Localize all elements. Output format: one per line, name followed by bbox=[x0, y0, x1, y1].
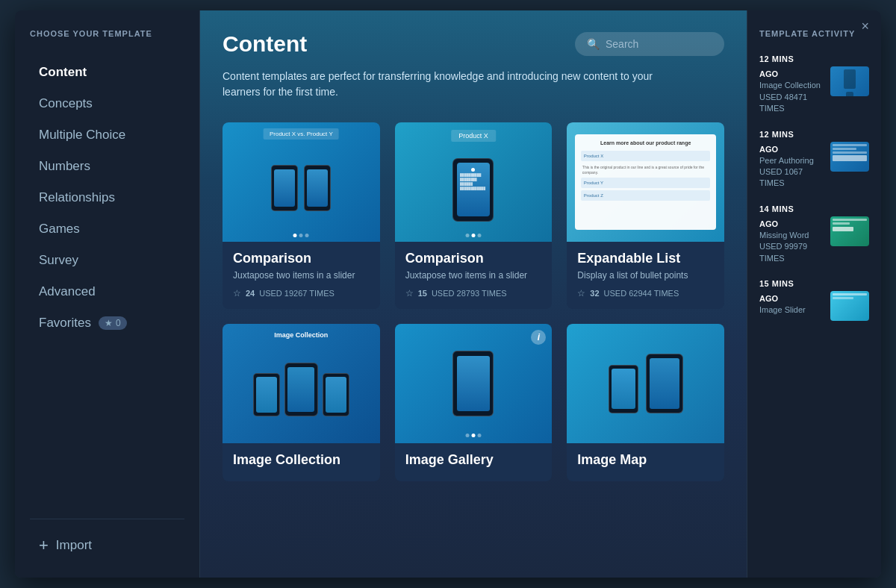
activity-thumb-1 bbox=[830, 66, 869, 96]
template-info-image-map: Image Map bbox=[567, 443, 724, 481]
template-info-image-gallery: Image Gallery bbox=[395, 443, 553, 481]
used-text-2: USED 1067 TIMES bbox=[759, 167, 803, 187]
template-thumbnail-expandable: Learn more about our product range Produ… bbox=[567, 122, 724, 242]
activity-thumb-3 bbox=[830, 216, 869, 246]
sidebar-navigation: Content Concepts Multiple Choice Numbers… bbox=[30, 57, 184, 507]
template-meta: ☆ 24 USED 19267 TIMES bbox=[233, 288, 370, 298]
activity-item-3: 14 MINS AGO Missing Word USED 99979 TIME… bbox=[759, 204, 869, 264]
template-thumbnail-image-gallery: i bbox=[395, 324, 553, 443]
sidebar-item-favorites[interactable]: Favorites ★ 0 bbox=[30, 308, 184, 338]
template-thumbnail-comparison2: Product X ██████████████████████████████… bbox=[395, 122, 553, 242]
sidebar-item-content[interactable]: Content bbox=[30, 57, 184, 87]
template-thumbnail-comparison1: Product X vs. Product Y bbox=[223, 122, 380, 242]
templates-grid: Product X vs. Product Y bbox=[200, 115, 747, 578]
right-panel-title: TEMPLATE ACTIVITY bbox=[759, 28, 869, 40]
template-info-image-collection: Image Collection bbox=[223, 443, 380, 481]
sidebar-item-relationships[interactable]: Relationships bbox=[30, 183, 184, 213]
star-icon: ☆ bbox=[233, 288, 241, 298]
gallery-phone bbox=[452, 351, 494, 416]
activity-ago-2: AGO bbox=[759, 145, 778, 154]
used-label: USED 19267 TIMES bbox=[259, 289, 335, 298]
star-icon: ☆ bbox=[405, 288, 414, 298]
activity-time-2: 12 MINS bbox=[759, 130, 794, 139]
activity-ago-4: AGO bbox=[759, 294, 778, 303]
used-text-3: USED 99979 TIMES bbox=[759, 242, 807, 262]
sidebar-item-multiple-choice[interactable]: Multiple Choice bbox=[30, 120, 184, 150]
used-label: USED 28793 TIMES bbox=[432, 289, 507, 298]
template-card-image-collection[interactable]: Image Collection bbox=[223, 324, 380, 481]
comp2-phone: ████████████████████████████████████ bbox=[452, 158, 494, 222]
rating: 15 bbox=[418, 289, 427, 298]
favorites-badge: ★ 0 bbox=[99, 316, 127, 330]
activity-ago-1: AGO bbox=[759, 69, 778, 78]
template-info-expandable: Expandable List Display a list of bullet… bbox=[567, 242, 724, 309]
rating: 24 bbox=[246, 289, 255, 298]
template-name: Image Map bbox=[577, 452, 714, 468]
main-subtitle: Content templates are perfect for transf… bbox=[223, 69, 685, 100]
template-card-image-map[interactable]: Image Map bbox=[567, 324, 724, 481]
rating: 32 bbox=[590, 289, 599, 298]
template-thumbnail-image-collection: Image Collection bbox=[223, 324, 380, 443]
info-icon[interactable]: i bbox=[531, 330, 546, 345]
sidebar-item-numbers[interactable]: Numbers bbox=[30, 151, 184, 181]
sidebar-item-concepts[interactable]: Concepts bbox=[30, 89, 184, 119]
comp1-mockup: Product X vs. Product Y bbox=[223, 122, 380, 242]
star-icon: ☆ bbox=[577, 288, 585, 298]
template-desc: Juxtapose two items in a slider bbox=[405, 269, 542, 282]
comp2-dot-nav bbox=[465, 234, 481, 237]
activity-thumb-4 bbox=[830, 291, 869, 321]
close-button[interactable]: × bbox=[861, 19, 869, 33]
phones-container bbox=[271, 165, 331, 211]
sidebar-item-survey[interactable]: Survey bbox=[30, 245, 184, 275]
activity-desc-1: Image Collection USED 48471 TIMES bbox=[759, 80, 824, 114]
comp2-mockup: Product X ██████████████████████████████… bbox=[395, 122, 553, 242]
activity-item-1: 12 MINS AGO Image Collection USED 48471 … bbox=[759, 54, 869, 114]
image-collection-mockup: Image Collection bbox=[223, 324, 380, 443]
activity-desc-2: Peer Authoring USED 1067 TIMES bbox=[759, 155, 824, 190]
sidebar-item-games[interactable]: Games bbox=[30, 214, 184, 244]
sidebar: CHOOSE YOUR TEMPLATE Content Concepts Mu… bbox=[15, 10, 200, 578]
activity-ago-3: AGO bbox=[759, 219, 778, 228]
template-name: Comparison bbox=[405, 251, 542, 266]
template-desc: Juxtapose two items in a slider bbox=[233, 269, 370, 282]
star-icon: ★ bbox=[105, 318, 113, 328]
expand-mock: Learn more about our product range Produ… bbox=[575, 134, 717, 230]
right-panel: TEMPLATE ACTIVITY 12 MINS AGO Image Coll… bbox=[747, 10, 881, 578]
activity-desc-3: Missing Word USED 99979 TIMES bbox=[759, 230, 824, 264]
template-meta: ☆ 15 USED 28793 TIMES bbox=[405, 288, 542, 298]
template-name: Image Gallery bbox=[405, 452, 542, 468]
mini-phone-left bbox=[271, 165, 298, 211]
ic-phones bbox=[253, 363, 349, 416]
modal: × CHOOSE YOUR TEMPLATE Content Concepts … bbox=[15, 10, 881, 578]
sidebar-item-advanced[interactable]: Advanced bbox=[30, 277, 184, 307]
template-name: Image Collection bbox=[233, 452, 370, 468]
sidebar-title: CHOOSE YOUR TEMPLATE bbox=[30, 28, 184, 40]
comp2-label: Product X bbox=[451, 130, 496, 142]
import-button[interactable]: + Import bbox=[30, 531, 184, 560]
template-info-comparison2: Comparison Juxtapose two items in a slid… bbox=[395, 242, 553, 309]
activity-time-3: 14 MINS bbox=[759, 204, 794, 213]
template-card-comparison1[interactable]: Product X vs. Product Y bbox=[223, 122, 380, 309]
template-name: Comparison bbox=[233, 251, 370, 266]
template-card-comparison2[interactable]: Product X ██████████████████████████████… bbox=[395, 122, 553, 309]
mini-phone-right bbox=[304, 165, 331, 211]
dot-nav bbox=[293, 234, 309, 237]
plus-icon: + bbox=[39, 537, 49, 554]
activity-thumb-2 bbox=[830, 142, 869, 172]
activity-item-4: 15 MINS AGO Image Slider bbox=[759, 279, 869, 321]
activity-item-2: 12 MINS AGO Peer Authoring USED 1067 TIM… bbox=[759, 130, 869, 190]
template-card-expandable-list[interactable]: Learn more about our product range Produ… bbox=[567, 122, 724, 309]
template-card-image-gallery[interactable]: i Image Gallery bbox=[395, 324, 553, 481]
gallery-dot-nav bbox=[465, 434, 481, 437]
activity-time-4: 15 MINS bbox=[759, 279, 794, 288]
activity-desc-4: Image Slider bbox=[759, 304, 824, 316]
image-map-phones bbox=[609, 354, 683, 413]
search-input[interactable] bbox=[606, 38, 710, 50]
template-name: Expandable List bbox=[577, 251, 714, 266]
activity-time-1: 12 MINS bbox=[759, 54, 794, 63]
ic-label: Image Collection bbox=[274, 331, 328, 339]
template-meta: ☆ 32 USED 62944 TIMES bbox=[577, 288, 714, 298]
used-label: USED 62944 TIMES bbox=[604, 289, 679, 298]
comp1-label: Product X vs. Product Y bbox=[264, 128, 339, 140]
page-title: Content bbox=[223, 31, 307, 57]
